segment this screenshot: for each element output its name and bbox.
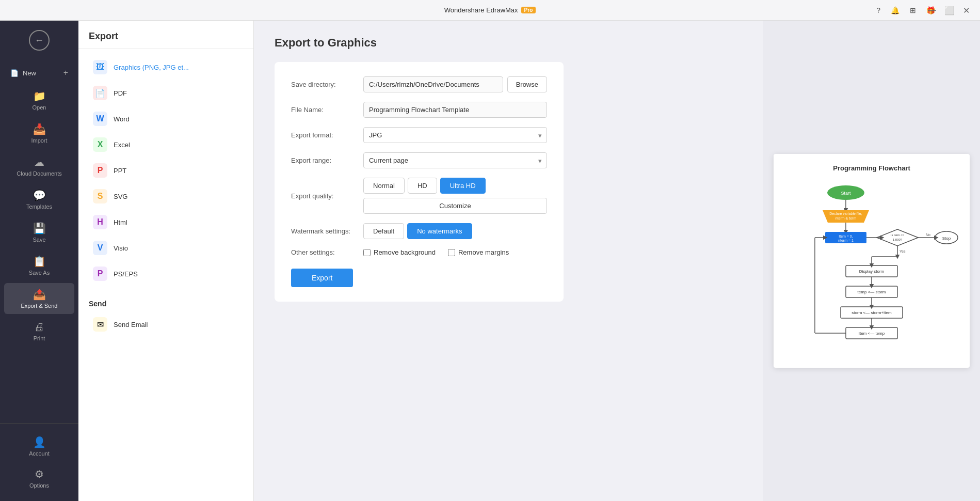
export-panel-header: Export: [78, 21, 253, 49]
svg-text:Item <— temp: Item <— temp: [859, 331, 885, 336]
maximize-button[interactable]: ⬜: [942, 4, 957, 18]
account-icon: 👤: [33, 436, 46, 448]
svg-text:1,000?: 1,000?: [893, 238, 903, 241]
svg-text:temp <— storm: temp <— storm: [858, 290, 886, 294]
export-format-select[interactable]: JPG PNG BMP TIFF SVG: [363, 127, 547, 143]
preview-card: Programming Flowchart Start Declare vari…: [774, 154, 970, 368]
export-item-word[interactable]: W Word: [87, 106, 245, 131]
svg-text:Stop: Stop: [942, 236, 951, 241]
minimize-button[interactable]: —: [926, 4, 938, 17]
quality-normal-button[interactable]: Normal: [363, 178, 405, 194]
pseps-icon: P: [93, 267, 107, 281]
preview-panel: Programming Flowchart Start Declare vari…: [763, 21, 980, 501]
remove-margins-checkbox[interactable]: [448, 249, 455, 256]
export-item-html[interactable]: H Html: [87, 210, 245, 234]
send-title: Send: [87, 300, 245, 308]
export-item-ppt[interactable]: P PPT: [87, 158, 245, 183]
sidebar-item-templates[interactable]: 💬 Templates: [4, 184, 74, 215]
email-icon: ✉: [93, 317, 107, 332]
back-button[interactable]: ←: [29, 30, 50, 51]
file-name-control: [363, 102, 547, 118]
sidebar-item-cloud[interactable]: ☁ Cloud Documents: [4, 151, 74, 182]
new-icon: 📄: [10, 69, 19, 77]
export-panel-title: Export: [89, 31, 243, 42]
open-icon: 📁: [33, 90, 46, 102]
flowchart-preview: Start Declare variable file, nterm & ter…: [784, 180, 959, 356]
watermark-none-button[interactable]: No watermarks: [407, 223, 472, 239]
saveas-icon: 📋: [33, 255, 46, 268]
save-icon: 💾: [33, 222, 46, 234]
html-icon: H: [93, 215, 107, 229]
close-button[interactable]: ✕: [961, 4, 972, 18]
import-icon: 📥: [33, 123, 46, 135]
export-button[interactable]: Export: [291, 269, 353, 287]
export-range-label: Export range:: [291, 156, 363, 164]
send-section: Send ✉ Send Email: [78, 293, 253, 344]
watermark-default-button[interactable]: Default: [363, 223, 404, 239]
sidebar-item-options[interactable]: ⚙ Options: [4, 463, 74, 494]
export-panel: Export 🖼 Graphics (PNG, JPG et... 📄 PDF …: [78, 21, 254, 501]
print-icon: 🖨: [34, 321, 44, 333]
file-name-input[interactable]: [363, 102, 547, 118]
sidebar-item-saveas[interactable]: 📋 Save As: [4, 250, 74, 281]
excel-icon: X: [93, 137, 107, 152]
export-item-pdf[interactable]: 📄 PDF: [87, 81, 245, 105]
sidebar-item-import[interactable]: 📥 Import: [4, 118, 74, 149]
remove-background-item[interactable]: Remove background: [363, 248, 436, 256]
word-icon: W: [93, 112, 107, 126]
remove-margins-item[interactable]: Remove margins: [448, 248, 509, 256]
sidebar: ← 📄 New + 📁 Open 📥 Import ☁ Cloud Doc: [0, 21, 78, 501]
export-item-visio[interactable]: V Visio: [87, 236, 245, 260]
sidebar-item-new[interactable]: 📄 New +: [4, 63, 74, 83]
svg-text:storm <— storm+Item: storm <— storm+Item: [852, 310, 892, 315]
export-range-select[interactable]: Current page All pages Selected objects: [363, 152, 547, 168]
watermark-group: Default No watermarks: [363, 223, 547, 239]
new-label: New: [23, 69, 36, 77]
cloud-icon: ☁: [34, 156, 44, 168]
email-label: Send Email: [114, 321, 148, 328]
export-item-pseps[interactable]: P PS/EPS: [87, 261, 245, 286]
apps-icon[interactable]: ⊞: [908, 4, 918, 17]
sidebar-item-print[interactable]: 🖨 Print: [4, 316, 74, 347]
help-icon[interactable]: ?: [874, 4, 882, 17]
file-name-label: File Name:: [291, 106, 363, 114]
save-directory-label: Save directory:: [291, 81, 363, 88]
export-range-control: Current page All pages Selected objects: [363, 152, 547, 168]
pdf-label: PDF: [114, 89, 127, 97]
remove-background-checkbox[interactable]: [363, 249, 371, 256]
sidebar-item-export[interactable]: 📤 Export & Send: [4, 283, 74, 314]
export-item-email[interactable]: ✉ Send Email: [87, 312, 245, 337]
open-label: Open: [33, 104, 46, 111]
account-label: Account: [29, 450, 50, 457]
browse-button[interactable]: Browse: [507, 76, 547, 92]
main-title: Export to Graphics: [275, 36, 743, 50]
templates-label: Templates: [26, 203, 52, 210]
quality-hd-button[interactable]: HD: [408, 178, 437, 194]
svg-label: SVG: [114, 193, 127, 200]
pseps-label: PS/EPS: [114, 270, 138, 278]
checkbox-group: Remove background Remove margins: [363, 248, 547, 256]
quality-ultrahd-button[interactable]: Ultra HD: [440, 178, 486, 194]
quality-section: Normal HD Ultra HD Customize: [363, 178, 547, 214]
export-item-graphics[interactable]: 🖼 Graphics (PNG, JPG et...: [87, 55, 245, 80]
svg-text:Yes: Yes: [899, 249, 906, 253]
export-item-svg[interactable]: S SVG: [87, 184, 245, 209]
export-item-excel[interactable]: X Excel: [87, 132, 245, 157]
sidebar-item-save[interactable]: 💾 Save: [4, 217, 74, 248]
sidebar-item-account[interactable]: 👤 Account: [4, 431, 74, 462]
sidebar-item-open[interactable]: 📁 Open: [4, 85, 74, 116]
notification-icon[interactable]: 🔔: [889, 4, 902, 17]
ppt-icon: P: [93, 163, 107, 178]
app-title: Wondershare EdrawMax: [444, 6, 518, 14]
export-form: Save directory: Browse File Name: Export…: [275, 62, 564, 302]
other-settings-row: Other settings: Remove background Remove…: [291, 248, 547, 256]
svg-text:Start: Start: [841, 191, 851, 196]
svg-text:nterm & term: nterm & term: [836, 216, 857, 220]
save-directory-control: Browse: [363, 76, 547, 92]
options-label: Options: [29, 482, 49, 489]
svg-text:Declare variable file,: Declare variable file,: [829, 212, 862, 215]
export-range-row: Export range: Current page All pages Sel…: [291, 152, 547, 168]
import-label: Import: [31, 137, 47, 144]
customize-button[interactable]: Customize: [363, 198, 547, 214]
save-directory-input[interactable]: [363, 76, 503, 92]
